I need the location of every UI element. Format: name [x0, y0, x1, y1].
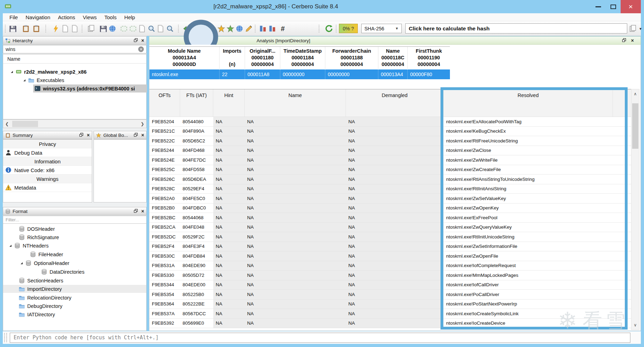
cell-resolved[interactable]: ntoskrnl.exe!IoCreateSymbolicLink [444, 309, 613, 319]
cell-name[interactable]: NA [245, 194, 346, 204]
format-item-debugdirectory[interactable]: DebugDirectory [19, 302, 62, 310]
cell-resolved[interactable]: ntoskrnl.exe!ZwWriteFile [444, 155, 613, 165]
tree-item-root[interactable]: r2d2_malware_xpsp2_x86 [3, 68, 146, 76]
cell-demangled[interactable]: NA [346, 271, 444, 280]
cell-demangled[interactable]: NA [346, 146, 444, 156]
hierarchy-search-input[interactable]: wins ✕ [3, 45, 147, 53]
cell-name[interactable]: NA [245, 175, 346, 184]
close-panel-icon[interactable]: × [141, 133, 144, 138]
cell-name[interactable]: NA [245, 319, 346, 328]
scroll-left-icon[interactable]: ❮ [3, 121, 11, 126]
caret-expanded-icon[interactable] [23, 79, 25, 81]
column-header-module-name[interactable]: Module Name000013A40000000D [149, 47, 220, 69]
cell-name[interactable]: NA [245, 261, 346, 271]
cell-demangled[interactable]: NA [346, 290, 444, 300]
format-item-sectionheaders[interactable]: SectionHeaders [19, 276, 63, 285]
cell-ft[interactable]: 80529EF4 [180, 184, 213, 194]
cell-name[interactable]: NA [245, 290, 346, 300]
menu-actions[interactable]: Actions [54, 13, 79, 21]
cell-oft[interactable]: F9EB5344 [149, 280, 180, 290]
cell-resolved[interactable]: ntoskrnl.exe!ZwOpenFile [444, 251, 613, 261]
cell-oft[interactable]: F9EB5244 [149, 146, 180, 156]
hash-calculate-input[interactable]: Click here to calculate the hash [405, 23, 627, 34]
cell-name[interactable]: NA [245, 271, 346, 280]
cell-demangled[interactable]: NA [346, 232, 444, 242]
cell-ft[interactable]: 804EDE90 [180, 261, 213, 271]
column-header-resolved[interactable]: Resolved [444, 89, 613, 117]
cell-oft[interactable]: F9EB5392 [149, 319, 180, 328]
table-row[interactable]: F9EB52CA 804FE048 NA NA NA ntoskrnl.exe!… [149, 223, 631, 232]
table-row[interactable]: F9EB52BC 80544068 NA NA NA ntoskrnl.exe!… [149, 213, 631, 223]
table-row[interactable]: F9EB525C 804FD558 NA NA NA ntoskrnl.exe!… [149, 165, 631, 175]
cell-ft[interactable]: 804FE3F4 [180, 242, 213, 252]
menu-file[interactable]: File [6, 13, 22, 21]
cell-demangled[interactable]: NA [346, 136, 444, 146]
cell-name[interactable]: NA [245, 155, 346, 165]
cell-ft[interactable]: 805D6DEA [180, 175, 213, 184]
maximize-button[interactable] [606, 0, 621, 13]
cell-name[interactable]: NA [245, 136, 346, 146]
cell-oft[interactable]: F9EB52A0 [149, 194, 180, 204]
cell-resolved[interactable]: ntoskrnl.exe!PoStartNextPowerIrp [444, 300, 613, 309]
table-row[interactable]: F9EB522C 805D65C2 NA NA NA ntoskrnl.exe!… [149, 136, 631, 146]
close-panel-icon[interactable]: × [141, 38, 144, 43]
column-header-ofts[interactable]: OFTs [149, 89, 180, 117]
table-row[interactable]: F9EB52DC 80529F2C NA NA NA ntoskrnl.exe!… [149, 232, 631, 242]
cell-name[interactable]: NA [245, 309, 346, 319]
cell-ft[interactable]: 80544068 [180, 213, 213, 223]
drag-handle-icon[interactable] [4, 333, 7, 342]
summary-item-metadata[interactable]: Metadata [3, 183, 92, 192]
format-item-optionalheader[interactable]: OptionalHeader [21, 259, 69, 267]
cell-hint[interactable]: NA [213, 300, 245, 309]
column-header-hint[interactable]: Hint [213, 89, 245, 117]
cell-oft[interactable]: F9EB52CA [149, 223, 180, 232]
caret-expanded-icon[interactable] [11, 71, 13, 73]
cell-resolved[interactable]: ntoskrnl.exe!RtlInitAnsiString [444, 184, 613, 194]
table-row[interactable]: F9EB52B0 804FDBC0 NA NA NA ntoskrnl.exe!… [149, 204, 631, 213]
cell-hint[interactable]: NA [213, 165, 245, 175]
cell-ft[interactable]: 804EDE00 [180, 280, 213, 290]
cell-resolved[interactable]: ntoskrnl.exe!IoCreateDevice [444, 319, 613, 328]
copy-hash-icon[interactable] [629, 24, 637, 33]
save-icon[interactable] [9, 24, 17, 33]
cell-resolved[interactable]: ntoskrnl.exe!ZwOpenKey [444, 204, 613, 213]
format-item-fileheader[interactable]: FileHeader [30, 250, 63, 258]
column-header-name[interactable]: Name [245, 89, 346, 117]
float-panel-icon[interactable] [134, 38, 138, 43]
cell-resolved[interactable]: ntoskrnl.exe!ZwCreateFile [444, 165, 613, 175]
cell-demangled[interactable]: NA [346, 251, 444, 261]
cell-ft[interactable]: 804FDB84 [180, 251, 213, 261]
hash-algorithm-select[interactable]: SHA-256▼ [361, 24, 402, 33]
close-panel-icon[interactable]: × [87, 133, 90, 138]
layout-columns-alt-icon[interactable] [268, 24, 276, 33]
cell-oft[interactable]: F9EB531A [149, 261, 180, 271]
cell-ft[interactable]: 80529F2C [180, 232, 213, 242]
vertical-scrollbar[interactable]: ∧ ∨ [631, 89, 639, 330]
cell-demangled[interactable]: NA [346, 127, 444, 136]
cell-resolved[interactable]: ntoskrnl.exe!ZwQueryValueKey [444, 223, 613, 232]
cell-name[interactable]: NA [245, 213, 346, 223]
cell-ft[interactable]: 804FDBC0 [180, 204, 213, 213]
cell-oft[interactable]: F9EB52B0 [149, 204, 180, 213]
table-row[interactable]: F9EB528C 80529EF4 NA NA NA ntoskrnl.exe!… [149, 184, 631, 194]
scrollbar-thumb[interactable] [632, 103, 638, 149]
cell-resolved[interactable]: ntoskrnl.exe!RtlAnsiStringToUnicodeStrin… [444, 175, 613, 184]
cell-ft[interactable]: 80567DCC [180, 309, 213, 319]
hash-options-chevron-icon[interactable]: ▼ [639, 27, 642, 31]
table-row[interactable]: F9EB5354 805225B0 NA NA NA ntoskrnl.exe!… [149, 290, 631, 300]
table-row[interactable]: F9EB52F4 804FE3F4 NA NA NA ntoskrnl.exe!… [149, 242, 631, 252]
table-row[interactable]: F9EB5344 804EDE00 NA NA NA ntoskrnl.exe!… [149, 280, 631, 290]
table-row[interactable]: F9EB521C 804F890A NA NA NA ntoskrnl.exe!… [149, 127, 631, 136]
cell-ft[interactable]: 805225B0 [180, 290, 213, 300]
table-row[interactable]: F9EB52A0 804FE5C0 NA NA NA ntoskrnl.exe!… [149, 194, 631, 204]
cell-name[interactable]: NA [245, 127, 346, 136]
cell-name[interactable]: NA [245, 300, 346, 309]
column-header-timedatestamp[interactable]: TimeDateStamp0000118400000004 [280, 47, 325, 69]
tree-item-winsys32[interactable]: winsys32.sys (address:0xF9EB4000 si [33, 84, 147, 93]
cell-resolved[interactable]: ntoskrnl.exe!RtlInitUnicodeString [444, 232, 613, 242]
format-item-ntheaders[interactable]: NTHeaders [9, 242, 49, 250]
cell-hint[interactable]: NA [213, 290, 245, 300]
format-item-dosheader[interactable]: DOSHeader [19, 225, 55, 233]
cell-ft[interactable]: 804FE7DC [180, 155, 213, 165]
cell-oft[interactable]: F9EB5354 [149, 290, 180, 300]
